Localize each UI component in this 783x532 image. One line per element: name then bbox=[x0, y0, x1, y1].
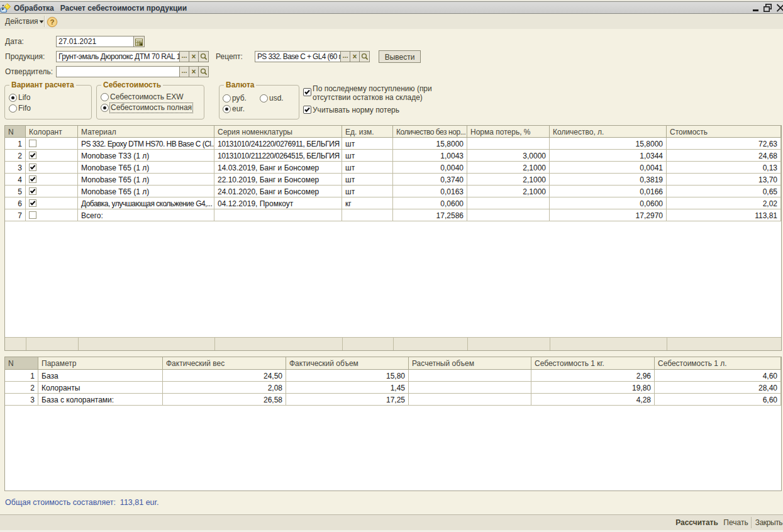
svg-text:?: ? bbox=[50, 18, 54, 26]
